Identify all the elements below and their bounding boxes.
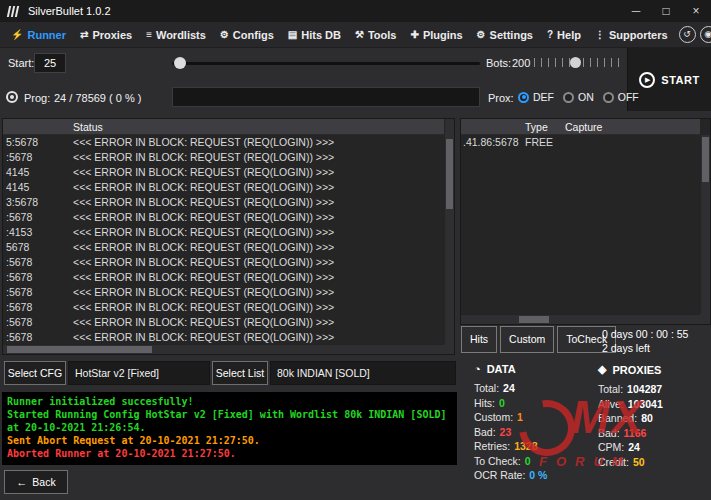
status-message: <<< ERROR IN BLOCK: REQUEST (REQ(LOGIN))… [73, 240, 444, 255]
table-row[interactable]: 5678 <<< ERROR IN BLOCK: REQUEST (REQ(LO… [3, 240, 444, 255]
start-slider[interactable] [172, 62, 480, 65]
proxy-fragment: :5678 [3, 210, 73, 225]
proxies-stats-title: PROXIES [612, 364, 661, 376]
off[interactable]: OFF [603, 91, 639, 103]
status-table-body: 5:5678 <<< ERROR IN BLOCK: REQUEST (REQ(… [3, 135, 444, 344]
table-row[interactable]: :5678 <<< ERROR IN BLOCK: REQUEST (REQ(L… [3, 285, 444, 300]
selected-wordlist-name: 80k INDIAN [SOLD] [270, 361, 456, 385]
settings[interactable]: ⚙ Settings [470, 22, 540, 48]
stat-value: 0 [525, 455, 531, 467]
stat-value: 103041 [628, 398, 663, 410]
console-line: Aborted Runner at 20-10-2021 21:27:50. [7, 447, 452, 460]
selected-config-name: HotStar v2 [Fixed] [68, 361, 210, 385]
hits[interactable]: Hits [461, 326, 497, 353]
table-row[interactable]: :5678 <<< ERROR IN BLOCK: REQUEST (REQ(L… [3, 255, 444, 270]
vertical-scrollbar[interactable] [444, 119, 454, 344]
table-row[interactable]: .41.86:5678 FREE [461, 135, 700, 150]
proxy-fragment: :4153 [3, 225, 73, 240]
table-row[interactable]: 4145 <<< ERROR IN BLOCK: REQUEST (REQ(LO… [3, 180, 444, 195]
minimize-button[interactable]: ─ [621, 0, 651, 22]
status-message: <<< ERROR IN BLOCK: REQUEST (REQ(LOGIN))… [73, 255, 444, 270]
table-row[interactable]: :5678 <<< ERROR IN BLOCK: REQUEST (REQ(L… [3, 150, 444, 165]
proxy-fragment: :5678 [3, 315, 73, 330]
status-message: <<< ERROR IN BLOCK: REQUEST (REQ(LOGIN))… [73, 135, 444, 150]
scrollbar-thumb[interactable] [519, 316, 549, 323]
nav-label: Runner [27, 29, 66, 41]
config-row: Select CFG HotStar v2 [Fixed] Select Lis… [0, 355, 459, 392]
supporters[interactable]: ⋮ Supporters [588, 22, 675, 48]
scrollbar-thumb[interactable] [7, 346, 152, 353]
help[interactable]: ? Help [540, 22, 588, 48]
hits-db-icon-icon: ▤ [288, 29, 297, 40]
supporters-icon-icon: ⋮ [595, 29, 605, 40]
proxy-column-header [461, 119, 525, 134]
table-row[interactable]: :4153 <<< ERROR IN BLOCK: REQUEST (REQ(L… [3, 225, 444, 240]
scrollbar-thumb[interactable] [446, 139, 453, 209]
stat-label: Banned: [598, 412, 637, 424]
custom[interactable]: Custom [500, 326, 554, 353]
stat-label: Alive: [598, 398, 624, 410]
console-line: Sent Abort Request at 20-10-2021 21:27:5… [7, 434, 452, 447]
nav-label: Proxies [92, 29, 132, 41]
tools-icon-icon: ⚒ [355, 29, 364, 40]
scrollbar-thumb[interactable] [702, 137, 709, 182]
start-input[interactable] [34, 53, 66, 73]
stat-value: 1166 [624, 427, 647, 439]
radio-icon [563, 92, 574, 103]
close-button[interactable]: × [681, 0, 711, 22]
proxy-fragment: :5678 [3, 300, 73, 315]
table-row[interactable]: :5678 <<< ERROR IN BLOCK: REQUEST (REQ(L… [3, 330, 444, 344]
bots-slider-thumb[interactable] [570, 57, 581, 68]
proxy-fragment: 4145 [3, 165, 73, 180]
start-button[interactable]: ▶ START [627, 48, 711, 111]
proxy-fragment: 3:5678 [3, 195, 73, 210]
table-row[interactable]: :5678 <<< ERROR IN BLOCK: REQUEST (REQ(L… [3, 315, 444, 330]
table-row[interactable]: 4145 <<< ERROR IN BLOCK: REQUEST (REQ(LO… [3, 165, 444, 180]
bots-slider[interactable] [534, 56, 620, 69]
table-row[interactable]: :5678 <<< ERROR IN BLOCK: REQUEST (REQ(L… [3, 270, 444, 285]
status-message: <<< ERROR IN BLOCK: REQUEST (REQ(LOGIN))… [73, 285, 444, 300]
data-stats-title: DATA [487, 363, 516, 375]
tools[interactable]: ⚒ Tools [348, 22, 403, 48]
nav-label: Settings [490, 29, 533, 41]
proxies[interactable]: ⇄ Proxies [73, 22, 139, 48]
table-row[interactable]: 3:5678 <<< ERROR IN BLOCK: REQUEST (REQ(… [3, 195, 444, 210]
proxies-icon-icon: ⇄ [80, 29, 88, 40]
table-row[interactable]: :5678 <<< ERROR IN BLOCK: REQUEST (REQ(L… [3, 210, 444, 225]
maximize-button[interactable]: □ [651, 0, 681, 22]
def[interactable]: DEF [518, 91, 554, 103]
plugins[interactable]: ✚ Plugins [403, 22, 469, 48]
table-row[interactable]: :5678 <<< ERROR IN BLOCK: REQUEST (REQ(L… [3, 300, 444, 315]
settings-icon-icon: ⚙ [477, 29, 486, 40]
data-stats: ◔ DATA Total: 24 Hits: 0 Cust [474, 363, 547, 484]
stat-label: Total: [598, 383, 623, 395]
history-icon-icon[interactable]: ↺ [679, 26, 696, 43]
proxy-capture [565, 135, 700, 150]
horizontal-scrollbar[interactable] [461, 314, 700, 324]
camera-icon-icon[interactable]: ◉ [700, 26, 711, 43]
main-tables: Status 5:5678 <<< ERROR IN BLOCK: REQUES… [0, 118, 711, 355]
start-slider-thumb[interactable] [174, 57, 186, 69]
nav-label: Supporters [609, 29, 668, 41]
results-tabs: Hits Custom ToCheck [461, 326, 616, 353]
configs[interactable]: ⚙ Configs [213, 22, 281, 48]
wordlists[interactable]: ≡ Wordlists [139, 22, 213, 48]
stat-value: 1 [517, 411, 523, 423]
stat-row: Alive: 103041 [598, 398, 663, 410]
runner[interactable]: ⚡ Runner [4, 22, 73, 48]
proxy-mode-options: DEF ON OFF [518, 91, 639, 103]
select-cfg-button[interactable]: Select CFG [4, 361, 66, 385]
back-button[interactable]: ← Back [4, 470, 68, 494]
horizontal-scrollbar[interactable] [3, 344, 444, 354]
vertical-scrollbar[interactable] [700, 135, 710, 314]
runner-console[interactable]: Runner initialized succesfully! Started … [2, 392, 457, 465]
status-message: <<< ERROR IN BLOCK: REQUEST (REQ(LOGIN))… [73, 180, 444, 195]
main-menu: ⚡ Runner ⇄ Proxies ≡ Wordlists ⚙ Configs [0, 22, 711, 48]
hits-db[interactable]: ▤ Hits DB [281, 22, 348, 48]
status-message: <<< ERROR IN BLOCK: REQUEST (REQ(LOGIN))… [73, 210, 444, 225]
table-row[interactable]: 5:5678 <<< ERROR IN BLOCK: REQUEST (REQ(… [3, 135, 444, 150]
nav-label: Wordlists [156, 29, 206, 41]
select-list-button[interactable]: Select List [212, 361, 268, 385]
stats-panel: ◔ DATA Total: 24 Hits: 0 Cust [460, 355, 711, 500]
on[interactable]: ON [563, 91, 594, 103]
